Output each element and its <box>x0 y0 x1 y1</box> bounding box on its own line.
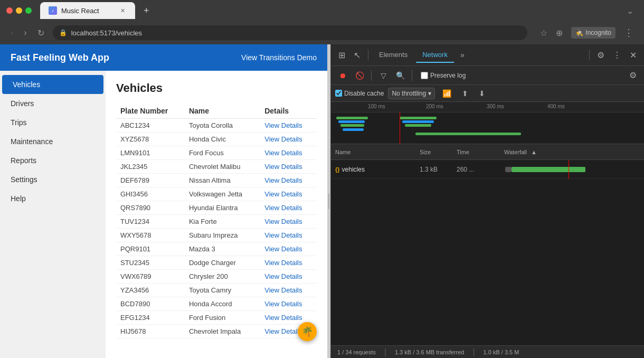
zoom-button[interactable]: ⊕ <box>554 26 565 40</box>
network-row-vehicles[interactable]: {} vehicles 1.3 kB 260 ... <box>331 160 644 179</box>
table-row: QRS7890 Hyundai Elantra View Details <box>116 201 317 215</box>
forward-button[interactable]: › <box>22 26 29 40</box>
record-button[interactable]: ⏺ <box>335 68 350 83</box>
col-header-name[interactable]: Name <box>331 149 415 155</box>
tab-elements[interactable]: Elements <box>373 48 414 63</box>
cell-link[interactable]: View Details <box>260 201 317 215</box>
tab-overflow-button[interactable]: ⌄ <box>622 4 638 18</box>
view-details-link[interactable]: View Details <box>264 327 302 335</box>
cell-name: Chevrolet Malibu <box>185 160 260 174</box>
cell-link[interactable]: View Details <box>260 215 317 229</box>
traffic-lights <box>6 7 32 14</box>
view-details-link[interactable]: View Details <box>264 245 302 253</box>
cell-link[interactable]: View Details <box>260 146 317 160</box>
address-bar: ‹ › ↻ 🔒 localhost:5173/vehicles ☆ ⊕ 🕵 In… <box>0 21 644 44</box>
table-row: ABC1234 Toyota Corolla View Details <box>116 119 317 133</box>
back-button[interactable]: ‹ <box>8 26 15 40</box>
bookmark-button[interactable]: ☆ <box>538 26 550 40</box>
table-row: YZA3456 Toyota Camry View Details <box>116 284 317 297</box>
disable-cache-checkbox[interactable] <box>335 90 342 97</box>
webapp-title: Fast Feeling Web App <box>11 52 109 63</box>
active-tab[interactable]: ♪ Music React ✕ <box>40 2 135 19</box>
view-details-link[interactable]: View Details <box>264 135 302 143</box>
cell-link[interactable]: View Details <box>260 187 317 201</box>
devtools-settings-button[interactable]: ⚙ <box>594 47 608 63</box>
cell-link[interactable]: View Details <box>260 174 317 187</box>
timeline-bar-4 <box>343 128 364 131</box>
panel-divider[interactable] <box>327 44 330 358</box>
devtools-device-toggle[interactable]: ⊞ <box>335 47 348 63</box>
tabs-overflow-button[interactable]: » <box>456 48 469 62</box>
table-row: WXY5678 Subaru Impreza View Details <box>116 229 317 242</box>
maximize-button[interactable] <box>25 7 32 14</box>
devtools-close-button[interactable]: ✕ <box>627 47 640 63</box>
view-details-link[interactable]: View Details <box>264 149 302 157</box>
col-header-size[interactable]: Size <box>415 149 452 155</box>
cell-name: Chevrolet Impala <box>185 325 260 338</box>
devtools-inspect-button[interactable]: ↖ <box>351 47 364 63</box>
view-details-link[interactable]: View Details <box>264 231 302 239</box>
footer-sep-2: | <box>472 347 475 357</box>
sidebar-item-reports[interactable]: Reports <box>0 151 106 170</box>
filter-bar: Disable cache No throttling ▾ 📶 ⬆ ⬇ <box>331 85 644 102</box>
cell-link[interactable]: View Details <box>260 284 317 297</box>
content-area: Vehicles Plate Number Name Details ABC12… <box>106 71 327 358</box>
sidebar-item-maintenance[interactable]: Maintenance <box>0 132 106 151</box>
cell-link[interactable]: View Details <box>260 270 317 284</box>
cell-link[interactable]: View Details <box>260 119 317 133</box>
sidebar-item-drivers[interactable]: Drivers <box>0 94 106 113</box>
url-bar[interactable]: 🔒 localhost:5173/vehicles <box>53 25 528 40</box>
download-icon[interactable]: ⬇ <box>476 87 488 100</box>
devtools-more-button[interactable]: ⋮ <box>610 47 624 63</box>
incognito-label: Incognito <box>585 29 611 36</box>
disable-cache-label[interactable]: Disable cache <box>335 90 384 97</box>
network-settings-button[interactable]: ⚙ <box>626 67 640 83</box>
cell-link[interactable]: View Details <box>260 242 317 256</box>
view-details-link[interactable]: View Details <box>264 176 302 184</box>
view-transitions-link[interactable]: View Transitions Demo <box>241 53 317 62</box>
view-details-link[interactable]: View Details <box>264 272 302 280</box>
view-details-link[interactable]: View Details <box>264 314 302 322</box>
tab-favicon: ♪ <box>49 6 57 15</box>
view-details-link[interactable]: View Details <box>264 204 302 212</box>
search-button[interactable]: 🔍 <box>393 68 408 83</box>
sidebar-item-help[interactable]: Help <box>0 189 106 208</box>
view-details-link[interactable]: View Details <box>264 163 302 171</box>
table-row: EFG1234 Ford Fusion View Details <box>116 311 317 325</box>
cell-link[interactable]: View Details <box>260 229 317 242</box>
sidebar: Vehicles Drivers Trips Maintenance Repor… <box>0 71 106 358</box>
throttle-select[interactable]: No throttling ▾ <box>388 88 435 99</box>
tab-network[interactable]: Network <box>416 48 454 63</box>
view-details-link[interactable]: View Details <box>264 190 302 198</box>
cell-name: Toyota Camry <box>185 284 260 297</box>
tab-close-button[interactable]: ✕ <box>118 6 127 15</box>
sidebar-item-trips[interactable]: Trips <box>0 113 106 132</box>
refresh-button[interactable]: ↻ <box>35 26 46 40</box>
sidebar-item-vehicles[interactable]: Vehicles <box>2 75 103 94</box>
new-tab-button[interactable]: + <box>139 3 154 18</box>
sidebar-item-settings[interactable]: Settings <box>0 170 106 189</box>
preserve-log-checkbox[interactable] <box>421 72 428 79</box>
url-actions: ☆ ⊕ <box>538 26 565 40</box>
view-details-link[interactable]: View Details <box>264 286 302 294</box>
browser-menu-button[interactable]: ⋮ <box>622 25 636 41</box>
view-details-link[interactable]: View Details <box>264 121 302 129</box>
filter-button[interactable]: ▽ <box>376 68 391 83</box>
view-details-link[interactable]: View Details <box>264 218 302 225</box>
upload-icon[interactable]: ⬆ <box>459 87 471 100</box>
minimize-button[interactable] <box>16 7 22 14</box>
view-details-link[interactable]: View Details <box>264 259 302 267</box>
view-details-link[interactable]: View Details <box>264 300 302 308</box>
close-button[interactable] <box>6 7 13 14</box>
cell-link[interactable]: View Details <box>260 160 317 174</box>
cell-link[interactable]: View Details <box>260 297 317 311</box>
clear-button[interactable]: 🚫 <box>352 68 367 83</box>
col-header-waterfall[interactable]: Waterfall ▲ <box>500 149 644 155</box>
wifi-icon[interactable]: 📶 <box>439 87 454 100</box>
cell-link[interactable]: View Details <box>260 133 317 146</box>
cell-link[interactable]: View Details <box>260 256 317 270</box>
col-header-time[interactable]: Time <box>452 149 500 155</box>
preserve-log-label[interactable]: Preserve log <box>421 72 466 79</box>
col-name: Name <box>185 103 260 119</box>
notification-popup-icon[interactable]: 🌴 <box>298 322 317 341</box>
